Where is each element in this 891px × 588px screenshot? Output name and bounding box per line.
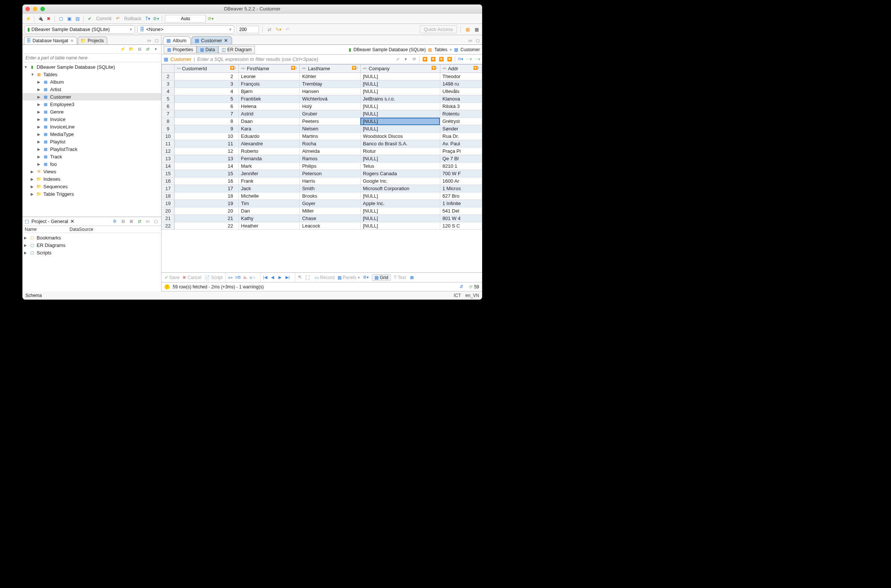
filter-custom-icon[interactable]: 🔽 xyxy=(439,56,445,62)
disconnect-icon[interactable]: ✖ xyxy=(45,15,52,22)
refresh-icon[interactable]: ⟳ xyxy=(411,56,417,62)
subtab-er-diagram[interactable]: ◫ ER Diagram xyxy=(218,46,255,53)
text-view-button[interactable]: T Text xyxy=(394,275,406,280)
column-header-firstname[interactable]: ᴬᴮᶜ FirstName 🔽↕ xyxy=(239,64,300,73)
table-row[interactable]: 2121KathyChase[NULL]801 W 4 xyxy=(162,215,482,222)
script-button[interactable]: 📄Script xyxy=(204,275,223,280)
maximize-view-icon[interactable]: ▢ xyxy=(153,219,159,225)
schema-combo[interactable]: 🗄 <None> ▾ xyxy=(137,26,234,34)
collapse-icon[interactable]: ⊟ xyxy=(120,219,126,225)
table-row[interactable]: 1010EduardoMartinsWoodstock DiscosRua Dr… xyxy=(162,133,482,140)
database-tree[interactable]: ▼▮ DBeaver Sample Database (SQLite) ▼▦ T… xyxy=(23,62,161,217)
add-row-icon[interactable]: ≡+ xyxy=(227,274,233,280)
subtab-properties[interactable]: ▦ Properties xyxy=(164,46,197,53)
tree-table-artist[interactable]: ▶▦Artist xyxy=(23,86,161,93)
focus-icon[interactable]: ⛶ xyxy=(304,274,310,280)
tree-table-genre[interactable]: ▶▦Genre xyxy=(23,108,161,116)
table-row[interactable]: 1414MarkPhilipsTelus8210 1 xyxy=(162,162,482,170)
prev-page-icon[interactable]: ◀ xyxy=(269,274,275,280)
config-icon[interactable]: ⚙▾ xyxy=(363,274,369,280)
column-header-lastname[interactable]: ᴬᴮᶜ LastName 🔽↕ xyxy=(300,64,361,73)
tree-filter-input[interactable] xyxy=(23,54,161,62)
highlight-icon[interactable]: ✎▾ xyxy=(275,26,282,33)
commit-button[interactable]: Commit xyxy=(95,16,113,21)
table-row[interactable]: 1313FernandaRamos[NULL]Qe 7 Bl xyxy=(162,155,482,162)
grid-view-button[interactable]: ▦ Grid xyxy=(372,274,391,281)
breadcrumb-tables[interactable]: Tables xyxy=(434,47,447,52)
close-icon[interactable]: ✕ xyxy=(70,219,74,224)
cancel-button[interactable]: ✖Cancel xyxy=(182,275,201,280)
tree-table-employee3[interactable]: ▶▦Employee3 xyxy=(23,100,161,108)
tree-sequences-folder[interactable]: ▶📁 Sequences xyxy=(23,183,161,190)
tree-table-album[interactable]: ▶▦Album xyxy=(23,78,161,86)
column-header-addr[interactable]: ᴬᴮᶜ Addr 🔽↕ xyxy=(440,64,482,73)
minimize-editor-icon[interactable]: ▭ xyxy=(467,38,473,44)
row-limit-input[interactable] xyxy=(237,26,259,33)
project-item-er-diagrams[interactable]: ▶▢ER Diagrams xyxy=(23,242,161,249)
filter-settings-icon[interactable]: 🔽 xyxy=(446,56,452,62)
perspective-db-icon[interactable]: ▦ xyxy=(464,26,471,33)
link-icon[interactable]: ⇵ xyxy=(458,284,464,290)
tx-isolation-input[interactable] xyxy=(165,15,206,22)
sql-editor-icon[interactable]: ▢ xyxy=(57,15,64,22)
delete-row-icon[interactable]: ≡- xyxy=(242,274,248,280)
table-row[interactable]: 88DaanPeeters[NULL]Grétryst xyxy=(162,118,482,125)
table-row[interactable]: 2222HeatherLeacock[NULL]120 S C xyxy=(162,222,482,230)
commit-icon[interactable]: ✔ xyxy=(86,15,93,22)
perspective-open-icon[interactable]: ▩ xyxy=(473,26,480,33)
last-page-icon[interactable]: ▶| xyxy=(284,274,290,280)
column-header-company[interactable]: ᴬᴮᶜ Company 🔽↕ xyxy=(360,64,440,73)
project-item-bookmarks[interactable]: ▶▢Bookmarks xyxy=(23,234,161,242)
filter-icon[interactable]: 🔽 xyxy=(422,56,428,62)
link-query-icon[interactable]: ⇄ xyxy=(266,26,273,33)
editor-tab-customer[interactable]: ▦Customer✕ xyxy=(191,36,232,45)
data-grid[interactable]: ¹²³ CustomerId 🔽↕ᴬᴮᶜ FirstName 🔽↕ᴬᴮᶜ Las… xyxy=(161,64,482,230)
next-page-icon[interactable]: ▶ xyxy=(277,274,283,280)
tree-table-playlisttrack[interactable]: ▶▦PlaylistTrack xyxy=(23,146,161,153)
tree-datasource-node[interactable]: ▼▮ DBeaver Sample Database (SQLite) xyxy=(23,63,161,70)
history-icon[interactable]: ⟳▾ xyxy=(207,15,214,22)
table-row[interactable]: 66HelenaHolý[NULL]Rilská 3 xyxy=(162,103,482,110)
refresh-count-icon[interactable]: ⟳ xyxy=(469,284,473,290)
new-folder-icon[interactable]: 📁 xyxy=(128,46,134,52)
tab-projects[interactable]: 📁 Projects xyxy=(78,37,107,45)
undo-icon[interactable]: ↶ xyxy=(284,26,291,33)
table-row[interactable]: 1111AlexandreRochaBanco do Brasil S.A.Av… xyxy=(162,140,482,147)
expand-icon[interactable]: ⊞ xyxy=(128,219,134,225)
quick-access-button[interactable]: Quick Access xyxy=(420,26,457,33)
rollback-icon[interactable]: ↶ xyxy=(114,15,121,22)
breadcrumb-table[interactable]: Customer xyxy=(460,47,480,52)
close-icon[interactable]: ✕ xyxy=(224,38,228,44)
filter-clear-icon[interactable]: 🔽 xyxy=(430,56,436,62)
table-row[interactable]: 1717JackSmithMicrosoft Corporation1 Micr… xyxy=(162,185,482,192)
maximize-view-icon[interactable]: ▢ xyxy=(153,38,159,44)
link-editor-icon[interactable]: ⇄ xyxy=(145,46,150,52)
refresh-menu-icon[interactable]: ⟳▾ xyxy=(457,56,463,62)
tree-table-track[interactable]: ▶▦Track xyxy=(23,153,161,160)
table-row[interactable]: 1818MichelleBrooks[NULL]627 Bro xyxy=(162,192,482,200)
tree-table-customer[interactable]: ▶▦Customer xyxy=(23,93,161,100)
link-icon[interactable]: ⇄ xyxy=(137,219,143,225)
save-button[interactable]: ✔Save xyxy=(164,275,179,280)
close-icon[interactable]: ✕ xyxy=(70,39,74,44)
copy-row-icon[interactable]: ≡⧉ xyxy=(235,274,241,280)
new-connection-icon[interactable]: ⚡ xyxy=(25,15,32,22)
dropdown-icon[interactable]: ▾ xyxy=(403,56,409,62)
table-row[interactable]: 55FrantišekWichterlováJetBrains s.r.o.Kl… xyxy=(162,95,482,103)
forward-icon[interactable]: →▾ xyxy=(474,56,480,62)
breadcrumb-datasource[interactable]: DBeaver Sample Database (SQLite) xyxy=(353,47,426,52)
table-row[interactable]: 99KaraNielsen[NULL]Sønder xyxy=(162,125,482,133)
export-icon[interactable]: ⇱ xyxy=(297,274,303,280)
table-row[interactable]: 77AstridGruber[NULL]Rotentu xyxy=(162,110,482,118)
table-row[interactable]: 2020DanMiller[NULL]541 Del xyxy=(162,207,482,215)
column-header-customerid[interactable]: ¹²³ CustomerId 🔽↕ xyxy=(174,64,239,73)
table-row[interactable]: 44BjørnHansen[NULL]Ullevåls xyxy=(162,88,482,95)
record-button[interactable]: ▭Record xyxy=(315,275,335,280)
panels-button[interactable]: ▦Panels ▾ xyxy=(338,275,360,280)
sql-console-icon[interactable]: ▣ xyxy=(66,15,72,22)
goto-row-icon[interactable]: ≡→ xyxy=(249,274,255,280)
minimize-view-icon[interactable]: ▭ xyxy=(145,219,150,225)
subtab-data[interactable]: ▦ Data xyxy=(197,46,218,53)
tree-triggers-folder[interactable]: ▶📁 Table Triggers xyxy=(23,190,161,198)
tx-log-icon[interactable]: ⚙▾ xyxy=(152,15,159,22)
